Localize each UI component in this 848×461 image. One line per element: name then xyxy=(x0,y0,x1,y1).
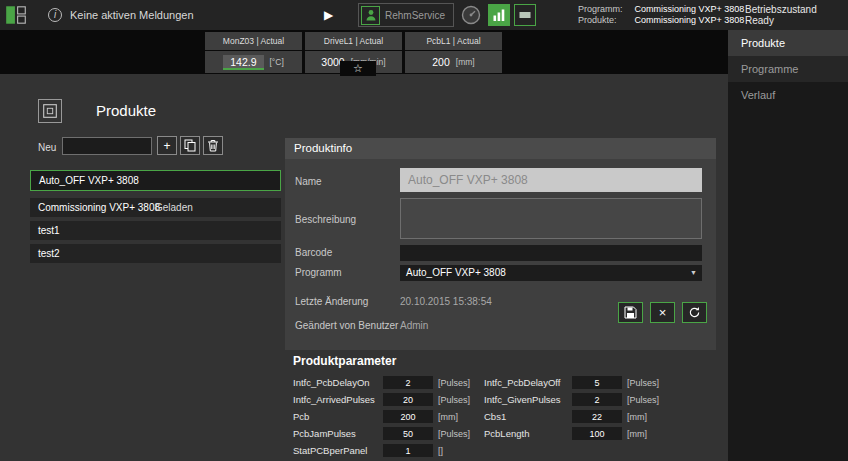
param-label: StatPCBperPanel xyxy=(293,445,383,456)
chart-button[interactable] xyxy=(488,4,510,26)
product-name: Commissioning VXP+ 3808 xyxy=(38,202,160,213)
produkte-value: Commissioning VXP+ 3808 xyxy=(635,15,745,25)
machine-view-button[interactable] xyxy=(514,4,536,26)
program-label: Programm xyxy=(295,267,342,278)
save-icon xyxy=(624,306,637,319)
product-name-display: Auto_OFF VXP+ 3808 xyxy=(400,168,702,192)
oven-icon xyxy=(518,8,532,22)
product-list-item[interactable]: test1 xyxy=(30,221,281,240)
save-button[interactable] xyxy=(618,302,643,323)
param-label: Intfc_ArrivedPulses xyxy=(293,394,383,405)
new-product-label: Neu xyxy=(38,142,56,153)
user-icon xyxy=(361,6,380,25)
parameter-row: Intfc_PcbDelayOn [Pulses] Intfc_PcbDelay… xyxy=(285,374,716,391)
produkte-label: Produkte: xyxy=(578,15,632,26)
product-name: test2 xyxy=(38,248,60,259)
parameter-row: PcbJamPulses [Pulses] PcbLength [mm] xyxy=(285,425,716,442)
tile-value[interactable]: 200 xyxy=(432,56,450,68)
tile-title: DriveL1 | Actual xyxy=(305,32,402,50)
panels-icon xyxy=(4,3,28,27)
main-content: Produkte Neu + Auto_OFF VXP+ 3808 Commis… xyxy=(0,74,728,461)
add-product-button[interactable]: + xyxy=(157,136,177,155)
gauge-button[interactable] xyxy=(460,4,482,26)
tile-value-field[interactable]: 142.9 xyxy=(223,55,263,70)
tile-title: MonZ03 | Actual xyxy=(205,32,302,50)
operating-state: Betriebszustand Ready xyxy=(745,4,817,26)
param-input[interactable] xyxy=(383,444,433,457)
param-label: Pcb xyxy=(293,411,383,422)
tile-title: PcbL1 | Actual xyxy=(405,32,502,50)
sidebar-item-verlauf[interactable]: Verlauf xyxy=(728,82,848,108)
tile-unit: [mm] xyxy=(456,57,475,67)
last-change-label: Letzte Änderung xyxy=(295,296,368,307)
param-input[interactable] xyxy=(383,410,433,423)
product-name: Auto_OFF VXP+ 3808 xyxy=(39,175,139,186)
page-title: Produkte xyxy=(96,102,156,119)
param-unit: [Pulses] xyxy=(627,378,669,388)
product-name: test1 xyxy=(38,225,60,236)
changed-by-value: Admin xyxy=(400,320,428,331)
description-label: Beschreibung xyxy=(295,214,356,225)
parameter-row: Pcb [mm] Cbs1 [mm] xyxy=(285,408,716,425)
info-icon: i xyxy=(48,8,62,22)
sidebar-item-programme[interactable]: Programme xyxy=(728,56,848,82)
product-list-item[interactable]: Commissioning VXP+ 3808 Geladen xyxy=(30,198,281,217)
param-input[interactable] xyxy=(383,393,433,406)
trash-icon xyxy=(207,139,219,152)
param-input[interactable] xyxy=(572,410,622,423)
bar-chart-icon xyxy=(492,8,506,22)
delete-product-button[interactable] xyxy=(203,136,223,155)
product-list-item[interactable]: Auto_OFF VXP+ 3808 xyxy=(30,170,281,191)
program-value: Commissioning VXP+ 3808 xyxy=(635,4,745,14)
param-unit: [] xyxy=(438,446,480,456)
changed-by-label: Geändert von Benutzer xyxy=(295,320,398,331)
last-change-value: 20.10.2015 15:38:54 xyxy=(400,296,492,307)
param-unit: [Pulses] xyxy=(438,395,480,405)
app-menu-icon[interactable] xyxy=(4,3,28,27)
product-box-icon xyxy=(41,102,59,120)
new-product-input[interactable] xyxy=(62,137,152,155)
sidebar-item-produkte[interactable]: Produkte xyxy=(728,30,848,56)
gauge-icon xyxy=(460,4,482,26)
copy-icon xyxy=(184,139,196,152)
parameters-title: Produktparameter xyxy=(285,352,716,374)
program-dropdown[interactable]: Auto_OFF VXP+ 3808 ▼ xyxy=(400,265,702,281)
nav-sidebar: Produkte Programme Verlauf xyxy=(728,30,848,461)
product-parameters: Produktparameter Intfc_PcbDelayOn [Pulse… xyxy=(285,352,716,459)
user-service-button[interactable]: RehmService xyxy=(358,3,454,27)
refresh-icon xyxy=(688,306,701,319)
barcode-label: Barcode xyxy=(295,247,332,258)
page-icon xyxy=(38,99,62,123)
name-label: Name xyxy=(295,176,322,187)
param-input[interactable] xyxy=(572,427,622,440)
copy-product-button[interactable] xyxy=(180,136,200,155)
barcode-input[interactable] xyxy=(400,245,702,261)
param-input[interactable] xyxy=(383,427,433,440)
operating-state-value: Ready xyxy=(745,15,817,26)
panel-title: Produktinfo xyxy=(285,138,716,159)
param-label: Intfc_PcbDelayOff xyxy=(484,377,572,388)
product-list: Auto_OFF VXP+ 3808 Commissioning VXP+ 38… xyxy=(30,170,281,267)
alarm-message: Keine aktiven Meldungen xyxy=(70,9,194,21)
param-label: PcbLength xyxy=(484,428,572,439)
param-label: Intfc_PcbDelayOn xyxy=(293,377,383,388)
status-strip: MonZ03 | Actual 142.9 [°C] DriveL1 | Act… xyxy=(0,30,728,74)
product-list-item[interactable]: test2 xyxy=(30,244,281,263)
app-screen: i Keine aktiven Meldungen ▶ RehmService xyxy=(0,0,848,461)
parameter-row: StatPCBperPanel [] xyxy=(285,442,716,459)
parameter-row: Intfc_ArrivedPulses [Pulses] Intfc_Given… xyxy=(285,391,716,408)
status-tile-monz03: MonZ03 | Actual 142.9 [°C] xyxy=(205,32,302,73)
cancel-button[interactable]: × xyxy=(650,302,675,323)
param-label: Intfc_GivenPulses xyxy=(484,394,572,405)
param-unit: [Pulses] xyxy=(627,395,669,405)
param-input[interactable] xyxy=(572,376,622,389)
operating-state-label: Betriebszustand xyxy=(745,4,817,15)
refresh-button[interactable] xyxy=(682,302,707,323)
expand-messages-button[interactable]: ▶ xyxy=(318,7,339,23)
param-input[interactable] xyxy=(572,393,622,406)
description-textarea[interactable] xyxy=(400,198,702,239)
service-user-label: RehmService xyxy=(385,10,445,21)
status-tile-pcbl1: PcbL1 | Actual 200 [mm] xyxy=(405,32,502,73)
param-input[interactable] xyxy=(383,376,433,389)
param-unit: [mm] xyxy=(627,412,669,422)
